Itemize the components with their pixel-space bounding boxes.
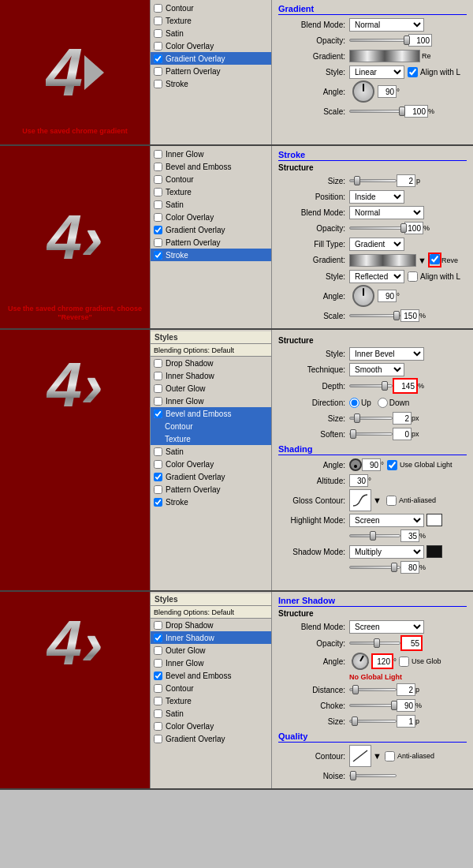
style-satin-4[interactable]: Satin bbox=[151, 707, 271, 720]
blending-options-3[interactable]: Blending Options: Default bbox=[151, 344, 271, 357]
soften-value-3[interactable] bbox=[393, 428, 412, 440]
checkbox-gradient-overlay-4[interactable] bbox=[154, 735, 162, 743]
checkbox-color-overlay-4[interactable] bbox=[154, 722, 162, 731]
style-satin-2[interactable]: Satin bbox=[151, 198, 271, 211]
checkbox-gradient-overlay-1[interactable] bbox=[154, 54, 162, 63]
style-color-overlay-4[interactable]: Color Overlay bbox=[151, 720, 271, 732]
blend-mode-select-1[interactable]: Normal bbox=[349, 18, 424, 32]
technique-select-3[interactable]: Smooth bbox=[349, 363, 404, 376]
checkbox-satin-2[interactable] bbox=[154, 200, 162, 209]
style-color-overlay-1[interactable]: Color Overlay bbox=[151, 39, 271, 52]
gloss-dropdown-3[interactable]: ▼ bbox=[373, 496, 382, 505]
opacity-value-1[interactable] bbox=[408, 34, 432, 47]
size-value-2[interactable] bbox=[397, 174, 415, 187]
checkbox-inner-shadow-3[interactable] bbox=[154, 372, 162, 380]
align-checkbox-2[interactable]: Align with L bbox=[408, 271, 460, 282]
style-texture-1[interactable]: Texture bbox=[151, 14, 271, 27]
checkbox-stroke-3[interactable] bbox=[154, 498, 162, 507]
style-select-3[interactable]: Inner Bevel bbox=[349, 347, 424, 361]
checkbox-satin-3[interactable] bbox=[154, 447, 162, 456]
contour-dropdown-4[interactable]: ▼ bbox=[373, 751, 382, 761]
style-satin-1[interactable]: Satin bbox=[151, 27, 271, 39]
gloss-thumb-3[interactable] bbox=[349, 489, 371, 511]
checkbox-satin-4[interactable] bbox=[154, 709, 162, 718]
size-slider-4[interactable] bbox=[349, 720, 397, 723]
opacity-value-4[interactable] bbox=[402, 637, 421, 649]
checkbox-pattern-overlay-2[interactable] bbox=[154, 238, 162, 247]
checkbox-color-overlay-2[interactable] bbox=[154, 213, 162, 222]
direction-up-3[interactable]: Up bbox=[349, 398, 371, 408]
use-global-4[interactable]: Use Glob bbox=[399, 657, 441, 667]
scale-value-2[interactable] bbox=[400, 309, 419, 322]
checkbox-inner-glow-3[interactable] bbox=[154, 397, 162, 406]
depth-value-3[interactable] bbox=[394, 380, 416, 392]
angle-dial-2[interactable] bbox=[352, 285, 374, 307]
dropdown-2[interactable]: ▼ bbox=[418, 256, 426, 265]
checkbox-inner-glow-4[interactable] bbox=[154, 659, 162, 668]
checkbox-stroke-2[interactable] bbox=[154, 251, 162, 260]
style-gradient-overlay-3[interactable]: Gradient Overlay bbox=[151, 470, 271, 483]
style-bevel-3[interactable]: Bevel and Emboss bbox=[151, 407, 271, 420]
style-gradient-overlay-4[interactable]: Gradient Overlay bbox=[151, 732, 271, 745]
checkbox-gradient-overlay-3[interactable] bbox=[154, 473, 162, 481]
style-inner-glow-2[interactable]: Inner Glow bbox=[151, 148, 271, 160]
checkbox-inner-glow-2[interactable] bbox=[154, 150, 162, 159]
opacity-slider-2[interactable] bbox=[349, 226, 404, 230]
distance-slider-4[interactable] bbox=[349, 688, 397, 691]
altitude-value-3[interactable] bbox=[349, 474, 368, 487]
h-opacity-slider-3[interactable] bbox=[349, 534, 400, 537]
angle-indicator-3[interactable] bbox=[349, 458, 362, 471]
h-opacity-value-3[interactable] bbox=[400, 529, 419, 542]
checkbox-texture-1[interactable] bbox=[154, 17, 162, 25]
style-outer-glow-4[interactable]: Outer Glow bbox=[151, 644, 271, 657]
checkbox-outer-glow-3[interactable] bbox=[154, 384, 162, 393]
checkbox-contour-4[interactable] bbox=[154, 684, 162, 693]
style-color-overlay-3[interactable]: Color Overlay bbox=[151, 458, 271, 470]
style-contour-3-sub[interactable]: Contour bbox=[151, 420, 271, 432]
scale-value-1[interactable] bbox=[404, 105, 428, 118]
style-inner-shadow-4[interactable]: Inner Shadow bbox=[151, 631, 271, 644]
style-stroke-1[interactable]: Stroke bbox=[151, 77, 271, 90]
style-bevel-4[interactable]: Bevel and Emboss bbox=[151, 669, 271, 682]
style-inner-glow-3[interactable]: Inner Glow bbox=[151, 395, 271, 407]
distance-value-4[interactable] bbox=[397, 683, 415, 696]
style-color-overlay-2[interactable]: Color Overlay bbox=[151, 211, 271, 223]
position-select-2[interactable]: Inside bbox=[349, 190, 404, 204]
opacity-slider-1[interactable] bbox=[349, 39, 408, 42]
shadow-select-3[interactable]: Multiply bbox=[349, 545, 424, 559]
checkbox-inner-shadow-4[interactable] bbox=[154, 634, 162, 642]
anti-alias-3[interactable]: Anti-aliased bbox=[386, 496, 436, 506]
shadow-swatch-3[interactable] bbox=[426, 545, 442, 558]
style-texture-4[interactable]: Texture bbox=[151, 694, 271, 707]
style-drop-shadow-3[interactable]: Drop Shadow bbox=[151, 357, 271, 369]
style-pattern-overlay-2[interactable]: Pattern Overlay bbox=[151, 236, 271, 249]
direction-down-3[interactable]: Down bbox=[378, 398, 410, 408]
style-satin-3[interactable]: Satin bbox=[151, 445, 271, 458]
checkbox-outer-glow-4[interactable] bbox=[154, 646, 162, 655]
blending-options-4[interactable]: Blending Options: Default bbox=[151, 606, 271, 619]
checkbox-satin-1[interactable] bbox=[154, 29, 162, 38]
checkbox-color-overlay-1[interactable] bbox=[154, 42, 162, 51]
checkbox-contour-2[interactable] bbox=[154, 175, 162, 184]
checkbox-bevel-4[interactable] bbox=[154, 672, 162, 680]
checkbox-stroke-1[interactable] bbox=[154, 80, 162, 88]
checkbox-drop-shadow-3[interactable] bbox=[154, 359, 162, 368]
checkbox-bevel-2[interactable] bbox=[154, 163, 162, 171]
checkbox-contour-1[interactable] bbox=[154, 4, 162, 13]
checkbox-pattern-overlay-3[interactable] bbox=[154, 485, 162, 494]
scale-slider-1[interactable] bbox=[349, 110, 404, 113]
opacity-slider-4[interactable] bbox=[349, 642, 400, 645]
checkbox-bevel-3[interactable] bbox=[154, 410, 162, 418]
scale-slider-2[interactable] bbox=[349, 314, 400, 317]
s-opacity-value-3[interactable] bbox=[400, 561, 419, 574]
choke-value-4[interactable] bbox=[397, 699, 415, 712]
checkbox-drop-shadow-4[interactable] bbox=[154, 621, 162, 630]
soften-slider-3[interactable] bbox=[349, 432, 393, 436]
style-texture-3-sub[interactable]: Texture bbox=[151, 432, 271, 445]
style-inner-glow-4[interactable]: Inner Glow bbox=[151, 657, 271, 669]
style-bevel-2[interactable]: Bevel and Emboss bbox=[151, 160, 271, 173]
style-gradient-overlay-2[interactable]: Gradient Overlay bbox=[151, 223, 271, 236]
style-select-2[interactable]: Reflected bbox=[349, 270, 404, 283]
style-contour-4[interactable]: Contour bbox=[151, 682, 271, 694]
blend-mode-select-2[interactable]: Normal bbox=[349, 206, 424, 219]
